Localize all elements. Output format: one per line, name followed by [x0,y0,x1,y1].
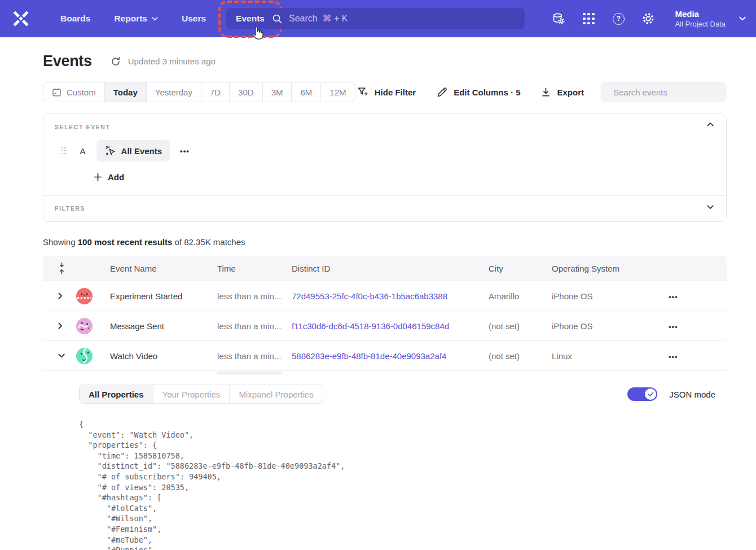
date-option-yesterday[interactable]: Yesterday [146,82,201,102]
nav-item-users[interactable]: Users [170,8,218,29]
event-name-cell: Message Sent [110,321,217,331]
top-navbar: Boards Reports Users Events [0,0,756,37]
search-events-input[interactable] [613,88,726,97]
plus-icon [94,173,102,181]
properties-tabs: All Properties Your Properties Mixpanel … [79,385,323,404]
drag-handle-icon[interactable] [61,147,66,155]
column-header-time[interactable]: Time [217,264,292,273]
step-letter: A [80,146,87,156]
page-title: Events [43,53,92,70]
city-cell: Amarillo [489,291,552,301]
global-search-input[interactable] [289,14,517,24]
json-mode-label: JSON mode [669,390,715,399]
tab-your-properties[interactable]: Your Properties [153,385,230,403]
nav-item-reports[interactable]: Reports [102,8,170,29]
search-events-field[interactable] [601,82,727,102]
project-switcher[interactable]: Media All Project Data [675,8,746,29]
collapse-section-button[interactable] [707,122,714,126]
hide-filter-button[interactable]: Hide Filter [357,86,416,98]
mouse-cursor-icon [250,26,264,41]
os-cell: iPhone OS [552,321,654,331]
expand-filters-button[interactable] [707,205,714,209]
filter-funnel-icon [357,86,368,98]
time-cell: less than a min... [217,351,292,361]
row-menu-button[interactable]: ••• [669,352,678,361]
edit-columns-button[interactable]: Edit Columns · 5 [437,87,520,98]
filters-section[interactable]: FILTERS [43,195,726,221]
events-table: Event Name Time Distinct ID City Operati… [43,256,727,550]
collapse-row-button[interactable] [58,353,65,358]
chevron-down-icon [58,353,65,358]
date-option-7d[interactable]: 7D [201,82,229,102]
date-option-3m[interactable]: 3M [262,82,292,102]
select-event-label: SELECT EVENT [55,124,714,130]
add-event-button[interactable]: Add [94,172,124,182]
date-option-today[interactable]: Today [104,82,146,102]
date-option-12m[interactable]: 12M [320,82,354,102]
date-option-6m[interactable]: 6M [291,82,320,102]
nav-item-boards[interactable]: Boards [49,8,102,29]
navbar-utilities: ? Media All Project Data [552,0,746,37]
date-option-30d[interactable]: 30D [229,82,262,102]
export-button[interactable]: Export [541,88,584,97]
city-cell: (not set) [489,351,552,361]
date-option-custom[interactable]: Custom [43,82,104,102]
project-scope: All Project Data [675,19,726,29]
distinct-id-link[interactable]: 72d49553-25fc-4f0c-b436-1b5ac6ab3388 [292,291,489,301]
global-search[interactable] [264,8,525,29]
filters-label: FILTERS [55,205,714,212]
event-selector-chip[interactable]: All Events [96,140,171,161]
column-header-distinct-id[interactable]: Distinct ID [292,264,489,273]
help-icon[interactable]: ? [612,12,625,25]
refresh-icon[interactable] [111,56,121,67]
chevron-down-icon [707,205,714,209]
table-row-experiment-started[interactable]: Experiment Started less than a min... 72… [43,281,727,311]
apps-grid-icon[interactable] [582,12,595,25]
row-menu-button[interactable]: ••• [669,293,678,301]
table-row-watch-video[interactable]: Watch Video less than a min... 5886283e-… [43,341,727,371]
tab-mixpanel-properties[interactable]: Mixpanel Properties [229,385,323,403]
toggle-knob [645,389,656,400]
distinct-id-link[interactable]: f11c30d6-dc6d-4518-9136-0d046159c84d [292,321,489,331]
chevron-right-icon [58,322,63,329]
expand-row-button[interactable] [58,293,63,299]
settings-gear-icon[interactable] [641,12,655,25]
column-header-os[interactable]: Operating System [552,264,654,273]
time-cell: less than a min... [217,291,292,301]
event-more-options-button[interactable]: ••• [180,147,190,155]
main-content: Events Updated 3 minutes ago Custom Toda… [0,53,756,550]
select-event-section: SELECT EVENT A All Events ••• [43,114,726,195]
chevron-up-icon [707,122,714,126]
chevron-down-icon [739,16,746,21]
row-menu-button[interactable]: ••• [669,322,678,331]
last-updated-text: Updated 3 minutes ago [128,56,216,66]
os-cell: Linux [552,351,654,361]
selected-event-name: All Events [121,146,162,156]
expand-row-button[interactable] [58,322,63,329]
time-cell: less than a min... [217,321,292,331]
results-summary: Showing 100 most recent results of 82.35… [43,237,727,247]
table-row-message-sent[interactable]: Message Sent less than a min... f11c30d6… [43,311,727,341]
column-header-city[interactable]: City [489,264,552,273]
column-header-event-name[interactable]: Event Name [110,264,217,273]
event-avatar [76,288,93,304]
event-name-cell: Experiment Started [110,291,217,301]
json-mode-toggle[interactable] [627,387,657,401]
table-header-row: Event Name Time Distinct ID City Operati… [43,256,727,281]
download-icon [541,88,551,97]
data-management-icon[interactable] [552,12,565,25]
primary-nav: Boards Reports Users Events [49,8,274,29]
pencil-icon [437,87,447,98]
event-avatar [76,348,93,364]
city-cell: (not set) [489,321,552,331]
sort-icon[interactable] [58,262,65,274]
tab-all-properties[interactable]: All Properties [80,385,153,403]
search-icon [272,14,283,24]
truncation-highlight [217,372,282,374]
event-detail-panel: All Properties Your Properties Mixpanel … [43,371,727,550]
calendar-icon [52,88,61,97]
distinct-id-link[interactable]: 5886283e-e9fb-48fb-81de-40e9093a2af4 [292,351,489,361]
query-builder-card: SELECT EVENT A All Events ••• [43,114,727,222]
mixpanel-logo-icon[interactable] [12,10,29,27]
event-name-cell: Watch Video [110,351,217,361]
